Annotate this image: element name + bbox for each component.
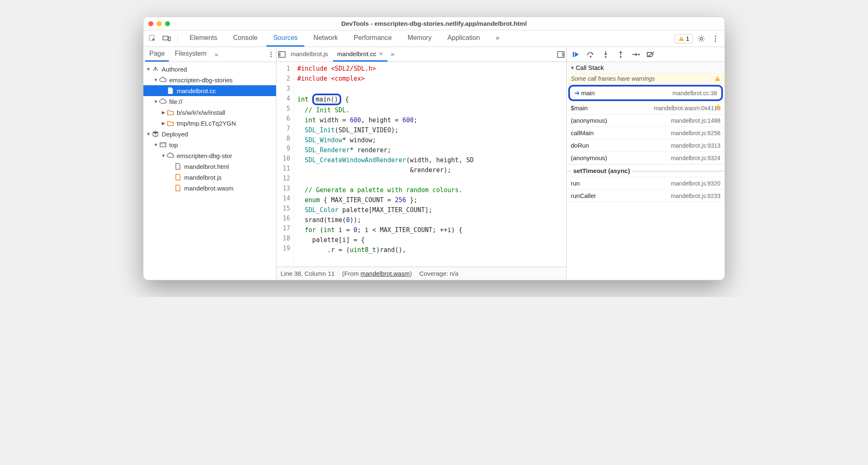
warnings-badge[interactable]: 1 [675,34,693,43]
navigator-tab-filesystem[interactable]: Filesystem [170,47,210,62]
disclosure-triangle-icon[interactable]: ▶ [161,110,166,115]
zoom-window-button[interactable] [165,21,170,26]
frame-name: doRun [571,142,589,149]
traffic-lights [148,21,170,26]
navigator-tabs: Page Filesystem » [143,47,276,62]
navigator-kebab-icon[interactable] [268,52,274,57]
disclosure-triangle-icon[interactable]: ▼ [153,142,158,147]
frame-name: callMain [571,129,594,136]
tree-item[interactable]: ▼emscripten-dbg-stories [143,74,276,85]
navigator-tabs-overflow[interactable]: » [212,51,221,58]
line-gutter: 12345678910111213141516171819 [276,62,294,267]
tree-item-label: mandelbrot.wasm [184,185,233,192]
editor-panel: mandelbrot.js mandelbrot.cc ✕ » 12345678… [276,47,567,280]
tree-item[interactable]: mandelbrot.wasm [143,183,276,193]
titlebar: DevTools - emscripten-dbg-stories.netlif… [143,17,725,30]
svg-point-8 [715,40,716,42]
file-o-icon [174,173,182,181]
tree-item[interactable]: ▼file:// [143,96,276,107]
toggle-navigator-icon[interactable] [278,51,286,58]
frame-location: mandelbrot.js:9233 [671,193,720,199]
tree-item-label: top [169,141,178,148]
folder-icon [167,119,174,127]
tree-item[interactable]: ▶tmp/tmp.ELcTq2YGN [143,118,276,129]
svg-point-20 [605,56,607,58]
disclosure-triangle-icon[interactable]: ▶ [161,121,166,126]
frame-location: mandelbrot.wasm:0x4118 [654,105,720,111]
disclosure-triangle-icon[interactable]: ▼ [146,131,151,136]
svg-point-7 [715,38,716,39]
editor-tab-mandelbrot-js[interactable]: mandelbrot.js [286,47,332,62]
disclosure-triangle-icon[interactable]: ▼ [161,153,166,158]
step-into-button[interactable] [601,49,611,59]
frame-location: mandelbrot.js:9324 [671,155,720,161]
tab-console[interactable]: Console [227,30,264,47]
source-map-from: (From mandelbrot.wasm) [342,270,412,277]
svg-point-5 [700,37,703,40]
disclosure-triangle-icon[interactable]: ▼ [146,67,151,72]
cloud-icon [167,152,174,159]
tree-item[interactable]: mandelbrot.js [143,172,276,183]
deactivate-breakpoints-button[interactable] [646,49,656,59]
resume-button[interactable] [571,49,581,59]
step-over-button[interactable] [586,49,596,59]
tab-elements[interactable]: Elements [183,30,224,47]
frame-name: run [571,180,580,187]
kebab-menu-icon[interactable] [710,33,721,45]
tree-item[interactable]: mandelbrot.cc [143,85,276,96]
svg-rect-3 [681,37,682,39]
close-window-button[interactable] [148,21,153,26]
svg-point-6 [715,35,716,37]
tab-sources[interactable]: Sources [266,30,304,47]
file-o-icon [174,184,182,192]
warnings-count: 1 [686,35,689,42]
step-out-button[interactable] [616,49,626,59]
callstack-frame[interactable]: runCallermandelbrot.js:9233 [567,190,725,202]
tree-item[interactable]: ▼emscripten-dbg-stor [143,150,276,161]
settings-icon[interactable] [695,33,707,45]
frame-location: mandelbrot.cc:38 [673,90,717,96]
source-map-file[interactable]: mandelbrot.wasm [360,270,409,277]
main-tabbar: Elements Console Sources Network Perform… [143,30,725,47]
folder-icon [167,109,174,116]
async-boundary: setTimeout (async) [567,164,725,177]
svg-rect-18 [573,52,574,57]
tree-item[interactable]: mandelbrot.html [143,161,276,172]
toggle-debugger-icon[interactable] [557,51,565,58]
tab-performance[interactable]: Performance [347,30,399,47]
callstack-frame[interactable]: (anonymous)mandelbrot.js:9324 [567,152,725,164]
tree-item-label: Deployed [162,131,188,138]
navigator-panel: Page Filesystem » ▼Authored▼emscripten-d… [143,47,276,280]
tree-item[interactable]: ▼Deployed [143,129,276,139]
window-title: DevTools - emscripten-dbg-stories.netlif… [148,20,720,27]
inspect-element-icon[interactable] [147,33,158,45]
code-editor[interactable]: 12345678910111213141516171819 #include <… [276,62,566,267]
file-icon [174,163,182,170]
tabs-overflow[interactable]: » [489,30,506,47]
minimize-window-button[interactable] [157,21,162,26]
callstack-frame[interactable]: $mainmandelbrot.wasm:0x4118 [567,102,725,114]
disclosure-triangle-icon[interactable]: ▼ [153,77,158,82]
tree-item-label: tmp/tmp.ELcTq2YGN [177,120,236,127]
tree-item-label: mandelbrot.js [184,174,222,181]
callstack-frame[interactable]: callMainmandelbrot.js:9256 [567,127,725,139]
tree-item[interactable]: ▼top [143,139,276,150]
frame-icon [159,141,167,148]
editor-tabs-overflow[interactable]: » [388,47,397,62]
callstack-frame[interactable]: ➔mainmandelbrot.cc:38 [568,85,723,101]
editor-tab-mandelbrot-cc[interactable]: mandelbrot.cc ✕ [333,47,387,62]
navigator-tab-page[interactable]: Page [145,47,169,62]
tab-application[interactable]: Application [441,30,486,47]
tab-network[interactable]: Network [307,30,345,47]
device-toolbar-icon[interactable] [161,33,173,45]
callstack-frame[interactable]: (anonymous)mandelbrot.js:1488 [567,114,725,127]
callstack-frame[interactable]: runmandelbrot.js:9320 [567,177,725,190]
callstack-frame[interactable]: doRunmandelbrot.js:9313 [567,139,725,152]
callstack-header[interactable]: ▼ Call Stack [567,62,725,74]
tab-memory[interactable]: Memory [401,30,438,47]
tree-item[interactable]: ▶b/s/w/ir/x/w/install [143,107,276,118]
disclosure-triangle-icon[interactable]: ▼ [153,99,158,104]
step-button[interactable] [631,49,641,59]
tree-item[interactable]: ▼Authored [143,64,276,74]
close-tab-icon[interactable]: ✕ [379,51,383,57]
